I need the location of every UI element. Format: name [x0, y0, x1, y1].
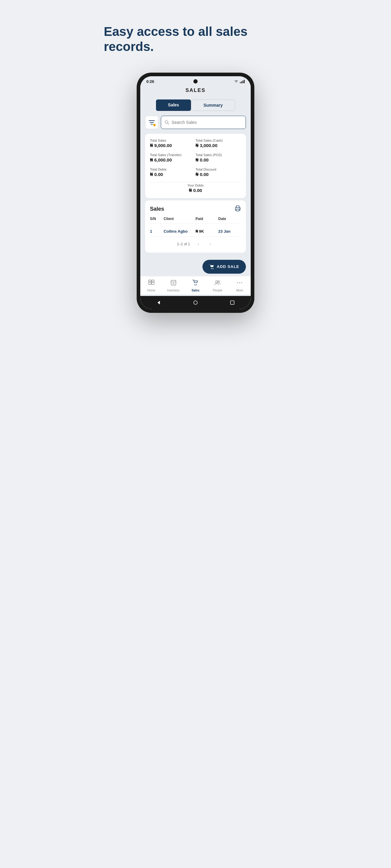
svg-rect-19: [171, 280, 176, 285]
svg-rect-15: [149, 282, 151, 284]
sales-section-header: Sales: [150, 205, 241, 213]
stats-row-2: Total Sales (Transfer) ₦ 6,000.00 Total …: [150, 153, 241, 163]
filter-button[interactable]: [145, 116, 159, 129]
phone-frame: 0:26: [137, 73, 254, 313]
row-client: Collins Agbo: [164, 229, 196, 234]
more-icon: [236, 279, 243, 288]
nav-item-home[interactable]: Home: [143, 279, 160, 292]
row-date: 23 Jan: [218, 229, 241, 234]
sales-icon: [192, 279, 199, 288]
inventory-icon: [170, 279, 177, 288]
sales-section-title: Sales: [150, 206, 164, 212]
stat-total-sales-transfer-label: Total Sales (Transfer): [150, 153, 196, 157]
search-input[interactable]: [172, 120, 242, 125]
home-button[interactable]: [193, 300, 198, 306]
stats-row-3: Total Debts ₦ 0.00 Total Discount ₦ 0.00: [150, 167, 241, 177]
svg-point-23: [194, 284, 195, 285]
pagination-text: 1–1 of 1: [177, 242, 190, 246]
your-debts: Your Debts ₦ 0.00: [150, 182, 241, 193]
nav-item-sales[interactable]: Sales: [187, 279, 204, 292]
add-sale-button[interactable]: ADD SALE: [202, 260, 246, 274]
col-header-date: Date: [218, 217, 241, 221]
camera-notch: [193, 79, 198, 84]
stat-total-sales-pos-label: Total Sales (POS): [196, 153, 241, 157]
svg-rect-3: [244, 80, 245, 84]
svg-point-29: [241, 282, 242, 283]
cart-icon: [209, 264, 215, 270]
filter-dot: [153, 124, 156, 126]
headline: Easy access to all sales records.: [98, 12, 293, 73]
svg-point-26: [218, 281, 220, 282]
svg-point-25: [216, 281, 218, 283]
people-icon: [214, 279, 221, 288]
your-debts-label: Your Debts: [150, 184, 241, 187]
search-area: [140, 113, 251, 131]
row-paid: ₦ 9K: [196, 229, 218, 234]
stat-total-sales: Total Sales ₦ 9,000.00: [150, 138, 196, 148]
pagination: 1–1 of 1 ‹ ›: [150, 237, 241, 248]
stat-total-sales-pos: Total Sales (POS) ₦ 0.00: [196, 153, 241, 163]
recents-button[interactable]: [229, 300, 235, 306]
col-header-paid: Paid: [196, 217, 218, 221]
svg-marker-30: [158, 301, 160, 304]
svg-rect-6: [150, 124, 153, 124]
stat-total-discount-label: Total Discount: [196, 167, 241, 171]
stat-total-sales-transfer: Total Sales (Transfer) ₦ 6,000.00: [150, 153, 196, 163]
col-header-sn: S/N: [150, 217, 164, 221]
pagination-prev[interactable]: ‹: [195, 241, 202, 248]
stat-total-sales-label: Total Sales: [150, 138, 196, 142]
svg-rect-0: [240, 82, 241, 84]
svg-rect-10: [236, 206, 239, 208]
app-title: SALES: [186, 87, 206, 93]
svg-rect-1: [241, 82, 242, 83]
print-icon[interactable]: [234, 205, 241, 213]
search-input-container[interactable]: [161, 116, 246, 129]
nav-label-inventory: Inventory: [167, 289, 179, 292]
back-button[interactable]: [156, 300, 162, 306]
stat-total-sales-pos-value: ₦ 0.00: [196, 157, 241, 163]
table-header: S/N Client Paid Date: [150, 217, 241, 224]
your-debts-value: ₦ 0.00: [150, 188, 241, 193]
svg-point-13: [211, 268, 212, 269]
table-row[interactable]: 1 Collins Agbo ₦ 9K 23 Jan: [150, 226, 241, 237]
stat-total-sales-cash-label: Total Sales (Cash): [196, 138, 241, 142]
stat-total-sales-cash: Total Sales (Cash) ₦ 3,000.00: [196, 138, 241, 148]
stat-total-discount-value: ₦ 0.00: [196, 172, 241, 177]
bottom-nav: Home Inventory: [140, 276, 251, 294]
svg-rect-32: [230, 301, 234, 304]
tab-summary[interactable]: Summary: [191, 99, 235, 111]
nav-label-people: People: [213, 289, 222, 292]
status-time: 0:26: [146, 79, 154, 84]
row-sn: 1: [150, 229, 164, 234]
nav-label-more: More: [236, 289, 243, 292]
svg-rect-16: [152, 282, 154, 284]
headline-text: Easy access to all sales records.: [104, 24, 287, 55]
wifi-icon: [234, 79, 239, 84]
page-wrapper: Easy access to all sales records. 0:26: [98, 12, 293, 313]
stat-total-discount: Total Discount ₦ 0.00: [196, 167, 241, 177]
search-icon: [165, 120, 169, 125]
tab-sales[interactable]: Sales: [156, 99, 191, 111]
stat-total-debts-label: Total Debts: [150, 167, 196, 171]
phone-screen: 0:26: [140, 76, 251, 309]
svg-point-14: [213, 268, 213, 269]
sales-section: Sales S/N Client P: [145, 200, 246, 253]
stat-total-sales-transfer-value: ₦ 6,000.00: [150, 157, 196, 163]
nav-item-people[interactable]: People: [210, 279, 226, 292]
nav-item-inventory[interactable]: Inventory: [165, 279, 181, 292]
status-bar: 0:26: [140, 76, 251, 85]
stat-total-sales-cash-value: ₦ 3,000.00: [196, 143, 241, 148]
svg-point-31: [194, 301, 197, 304]
stat-total-debts: Total Debts ₦ 0.00: [150, 167, 196, 177]
nav-item-more[interactable]: More: [231, 279, 248, 292]
stat-total-sales-value: ₦ 9,000.00: [150, 143, 196, 148]
svg-point-24: [196, 284, 197, 285]
stat-total-debts-value: ₦ 0.00: [150, 172, 196, 177]
nav-label-sales: Sales: [192, 289, 199, 292]
signal-icon: [240, 79, 245, 84]
svg-rect-17: [149, 280, 151, 282]
fab-container: ADD SALE: [140, 255, 251, 276]
pagination-next[interactable]: ›: [207, 241, 214, 248]
stats-grid: Total Sales ₦ 9,000.00 Total Sales (Cash…: [145, 134, 246, 198]
status-icons: [234, 79, 245, 84]
